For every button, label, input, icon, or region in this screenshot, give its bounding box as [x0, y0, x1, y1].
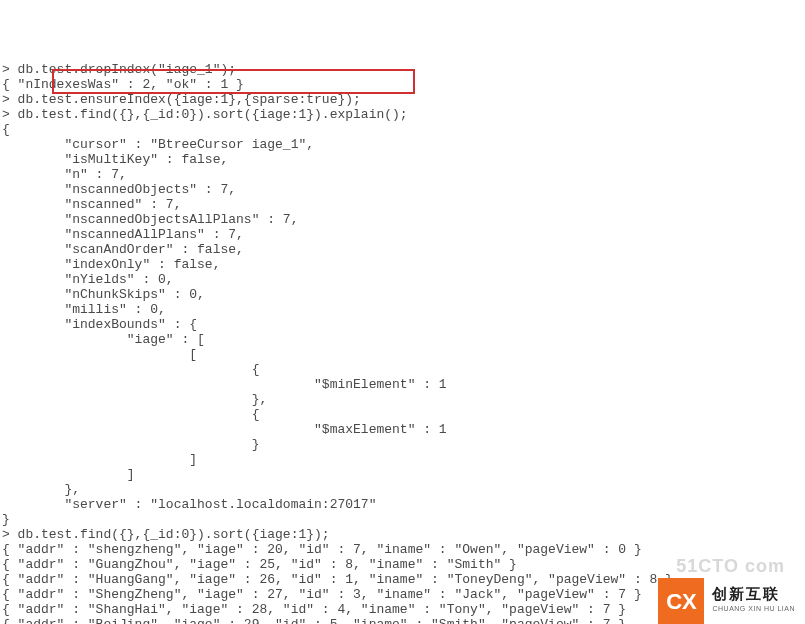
logo-zh-text: 创新互联: [712, 586, 780, 601]
footer-logo: CX 创新互联 CHUANG XIN HU LIAN: [658, 578, 805, 624]
watermark-text: 51CTO com: [676, 559, 785, 574]
logo-icon: CX: [658, 578, 704, 624]
logo-text-group: 创新互联 CHUANG XIN HU LIAN: [704, 578, 805, 624]
logo-pinyin-text: CHUANG XIN HU LIAN: [712, 601, 795, 616]
terminal-output: > db.test.dropIndex("iage_1"); { "nIndex…: [2, 62, 803, 624]
